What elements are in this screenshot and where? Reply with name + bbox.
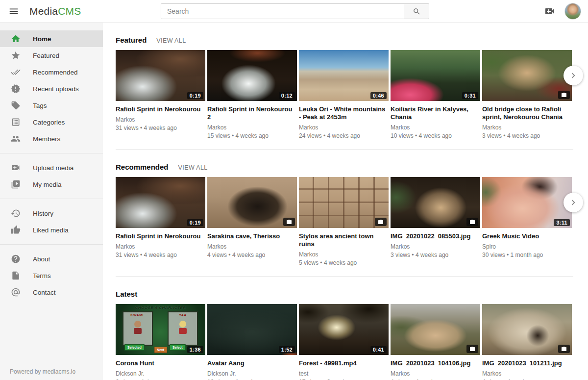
hamburger-icon — [8, 6, 19, 17]
sidebar-item-upload-media[interactable]: Upload media — [0, 159, 103, 176]
featured-card-row: 0:19 Rafioli Sprint in Nerokourou Markos… — [116, 50, 573, 139]
at-email-icon — [10, 287, 21, 298]
media-title[interactable]: Old bridge close to Rafioli sprint, Nero… — [482, 105, 572, 121]
media-author[interactable]: Markos — [207, 243, 297, 250]
media-author[interactable]: Markos — [207, 124, 297, 131]
media-thumbnail[interactable]: 0:19 — [116, 177, 205, 228]
section-latest: Latest CHOOSE A CHARACTER 1:36 KWAMEYAAS… — [116, 277, 573, 380]
powered-by-text: Powered by mediacms.io — [10, 368, 75, 375]
media-thumbnail[interactable]: 0:19 — [116, 50, 205, 101]
media-card[interactable]: Stylos area ancient town ruins Markos 5 … — [299, 177, 389, 266]
media-author[interactable]: Markos — [116, 243, 205, 250]
media-thumbnail[interactable] — [482, 304, 572, 355]
media-title[interactable]: Rafioli Sprint in Nerokourou — [116, 232, 205, 240]
next-page-button[interactable] — [564, 193, 583, 212]
sidebar-item-members[interactable]: Members — [0, 130, 103, 147]
media-thumbnail[interactable] — [207, 177, 297, 228]
media-card[interactable]: Old bridge close to Rafioli sprint, Nero… — [482, 50, 572, 139]
sidebar-item-about[interactable]: About — [0, 251, 103, 267]
media-card[interactable]: 0:31 Koiliaris River in Kalyves, Chania … — [391, 50, 480, 139]
media-card[interactable]: 1:52 Avatar Aang Dickson Jr. 12 views • … — [207, 304, 297, 380]
media-author[interactable]: Markos — [482, 370, 572, 377]
game-character-body — [179, 328, 187, 334]
upload-video-icon — [544, 5, 556, 17]
media-author[interactable]: Dickson Jr. — [207, 370, 297, 377]
media-title[interactable]: Avatar Aang — [207, 359, 297, 367]
media-card[interactable]: 0:46 Leuka Ori - White mountains - Peak … — [299, 50, 389, 139]
media-card[interactable]: 0:19 Rafioli Sprint in Nerokourou Markos… — [116, 177, 205, 266]
media-thumbnail[interactable] — [299, 177, 389, 228]
media-thumbnail[interactable]: 0:46 — [299, 50, 389, 101]
media-card[interactable]: 3:11 Greek Music Video Spiro 30 views • … — [482, 177, 572, 266]
media-card[interactable]: IMG_20201023_104106.jpg Markos 4 views •… — [391, 304, 480, 380]
media-card[interactable]: 0:19 Rafioli Sprint in Nerokourou Markos… — [116, 50, 205, 139]
media-title[interactable]: Rafioli Sprint in Nerokourou — [116, 105, 205, 113]
media-author[interactable]: Markos — [391, 243, 480, 250]
media-thumbnail[interactable] — [482, 50, 572, 101]
media-meta: 4 views • 4 weeks ago — [207, 252, 297, 258]
media-title[interactable]: Rafioli Sprint in Nerokourou 2 — [207, 105, 297, 121]
app-logo[interactable]: MediaCMS — [29, 5, 81, 17]
media-thumbnail[interactable]: 3:11 — [482, 177, 572, 228]
media-author[interactable]: test — [299, 370, 389, 377]
media-author[interactable]: Markos — [391, 124, 480, 131]
sidebar-item-terms[interactable]: Terms — [0, 267, 103, 284]
media-title[interactable]: Sarakina cave, Therisso — [207, 232, 297, 240]
view-all-link[interactable]: VIEW ALL — [178, 164, 208, 171]
media-thumbnail[interactable]: 0:12 — [207, 50, 297, 101]
sidebar-item-featured[interactable]: Featured — [0, 47, 103, 64]
media-title[interactable]: Leuka Ori - White mountains - Peak at 24… — [299, 105, 389, 121]
media-title[interactable]: IMG_20201023_104106.jpg — [391, 359, 480, 367]
media-card[interactable]: 0:12 Rafioli Sprint in Nerokourou 2 Mark… — [207, 50, 297, 139]
media-card[interactable]: IMG_20201023_101211.jpg Markos 4 views •… — [482, 304, 572, 380]
media-thumbnail[interactable] — [391, 304, 480, 355]
media-author[interactable]: Markos — [391, 370, 480, 377]
sidebar-item-recommended[interactable]: Recommended — [0, 64, 103, 80]
media-author[interactable]: Markos — [299, 124, 389, 131]
view-all-link[interactable]: VIEW ALL — [156, 37, 186, 44]
media-author[interactable]: Markos — [299, 251, 389, 258]
media-author[interactable]: Dickson Jr. — [116, 370, 205, 377]
media-author[interactable]: Markos — [482, 124, 572, 131]
sidebar-item-liked-media[interactable]: Liked media — [0, 222, 103, 238]
media-card[interactable]: Sarakina cave, Therisso Markos 4 views •… — [207, 177, 297, 266]
media-thumbnail[interactable]: 0:31 — [391, 50, 480, 101]
sidebar-item-home[interactable]: Home — [0, 30, 103, 47]
hamburger-menu-button[interactable] — [4, 1, 24, 21]
sidebar-item-contact[interactable]: Contact — [0, 284, 103, 301]
sidebar-item-label: Recent uploads — [33, 85, 79, 93]
search-input[interactable] — [161, 3, 404, 19]
media-card[interactable]: IMG_20201022_085503.jpg Markos 3 views •… — [391, 177, 480, 266]
media-thumbnail[interactable]: 0:41 — [299, 304, 389, 355]
sidebar-item-categories[interactable]: Categories — [0, 114, 103, 130]
media-thumbnail[interactable]: 1:52 — [207, 304, 297, 355]
user-avatar[interactable] — [564, 3, 581, 20]
sidebar-item-recent-uploads[interactable]: Recent uploads — [0, 80, 103, 97]
media-title[interactable]: IMG_20201023_101211.jpg — [482, 359, 572, 367]
sidebar-item-tags[interactable]: Tags — [0, 97, 103, 114]
media-author[interactable]: Markos — [116, 116, 205, 123]
sidebar-item-my-media[interactable]: My media — [0, 176, 103, 193]
game-button-chip: Select — [170, 344, 186, 351]
media-title[interactable]: Greek Music Video — [482, 232, 572, 240]
sidebar-item-history[interactable]: History — [0, 205, 103, 222]
media-title[interactable]: IMG_20201022_085503.jpg — [391, 232, 480, 240]
media-card[interactable]: CHOOSE A CHARACTER 1:36 KWAMEYAASelected… — [116, 304, 205, 380]
media-title[interactable]: Koiliaris River in Kalyves, Chania — [391, 105, 480, 121]
latest-card-row: CHOOSE A CHARACTER 1:36 KWAMEYAASelected… — [116, 304, 573, 380]
media-thumbnail[interactable]: CHOOSE A CHARACTER 1:36 KWAMEYAASelected… — [116, 304, 205, 355]
duration-badge: 1:52 — [279, 346, 295, 353]
document-icon — [10, 270, 21, 281]
media-author[interactable]: Spiro — [482, 243, 572, 250]
media-card[interactable]: 0:41 Forest - 49981.mp4 test 17 views • … — [299, 304, 389, 380]
media-title[interactable]: Corona Hunt — [116, 359, 205, 367]
new-releases-icon — [10, 83, 21, 94]
media-title[interactable]: Forest - 49981.mp4 — [299, 359, 389, 367]
upload-video-button[interactable] — [544, 5, 556, 17]
media-title[interactable]: Stylos area ancient town ruins — [299, 232, 389, 248]
search-button[interactable] — [404, 3, 429, 19]
sidebar-item-label: Liked media — [33, 227, 69, 234]
media-thumbnail[interactable] — [391, 177, 480, 228]
media-meta: 31 views • 4 weeks ago — [116, 125, 205, 131]
next-page-button[interactable] — [564, 66, 583, 85]
